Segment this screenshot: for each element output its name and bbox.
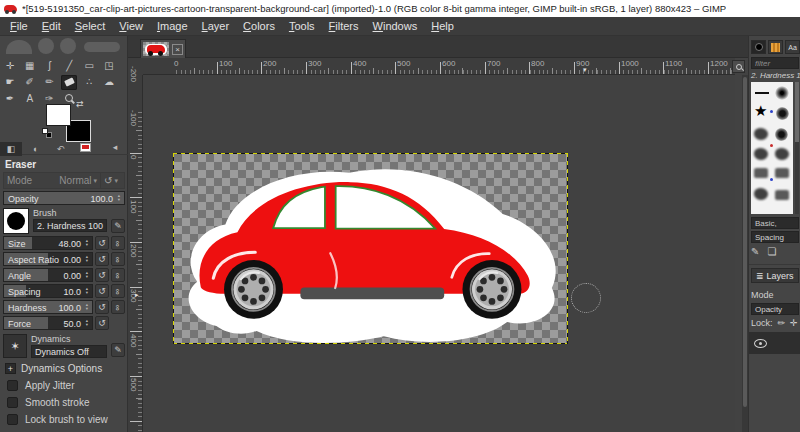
- tool-warp-icon[interactable]: ☛: [2, 74, 18, 89]
- spacing-reset-icon[interactable]: ↺: [95, 284, 109, 298]
- lock-position-icon[interactable]: ✛: [790, 318, 798, 328]
- tool-airbrush-icon[interactable]: ∴: [81, 74, 97, 89]
- menu-windows[interactable]: Windows: [366, 18, 425, 34]
- menu-view[interactable]: View: [112, 18, 150, 34]
- menu-tools[interactable]: Tools: [282, 18, 322, 34]
- tool-eraser-icon[interactable]: [61, 75, 77, 90]
- title-bar[interactable]: *[519-5191350_car-clip-art-pictures-cart…: [0, 0, 800, 17]
- hardness-slider[interactable]: Hardness 100.0 ▴▾: [3, 300, 93, 314]
- menu-select[interactable]: Select: [68, 18, 113, 34]
- force-reset-icon[interactable]: ↺: [95, 316, 109, 330]
- tool-measure-icon[interactable]: ╱: [61, 58, 77, 73]
- smooth-stroke-checkbox[interactable]: [7, 397, 18, 408]
- edit-brush-button-icon[interactable]: ✎: [751, 246, 759, 257]
- menu-edit[interactable]: Edit: [35, 18, 68, 34]
- brush-chalk[interactable]: [754, 128, 768, 140]
- angle-spinner[interactable]: ▴▾: [83, 269, 91, 281]
- tab-layers[interactable]: ≣ Layers: [751, 268, 799, 283]
- hardness-spinner[interactable]: ▴▾: [83, 301, 91, 313]
- size-spinner[interactable]: ▴▾: [83, 237, 91, 249]
- size-slider[interactable]: Size 48.00 ▴▾: [3, 236, 93, 250]
- close-tab-icon[interactable]: ×: [172, 44, 183, 55]
- canvas-viewport[interactable]: [143, 75, 735, 432]
- tool-move-icon[interactable]: ✛: [2, 58, 18, 73]
- apply-jitter-checkbox[interactable]: [7, 380, 18, 391]
- spacing-slider[interactable]: Spacing 10.0 ▴▾: [3, 284, 93, 298]
- edit-brush-icon[interactable]: ✎: [111, 219, 125, 233]
- opacity-spinner[interactable]: ▴▾: [115, 192, 123, 204]
- brush-name-entry[interactable]: 2. Hardness 100: [33, 219, 107, 232]
- brush-line[interactable]: [755, 92, 769, 94]
- menu-image[interactable]: Image: [150, 18, 195, 34]
- aspect-ratio-link-icon[interactable]: ∞: [111, 252, 125, 266]
- layer-visibility-eye-icon[interactable]: [754, 339, 767, 348]
- tool-transform-icon[interactable]: ◳: [101, 58, 117, 73]
- size-link-icon[interactable]: ∞: [111, 236, 125, 250]
- spacing-link-icon[interactable]: ∞: [111, 284, 125, 298]
- tab-fonts[interactable]: Aa: [785, 40, 800, 54]
- aspect-ratio-reset-icon[interactable]: ↺: [95, 252, 109, 266]
- brush-splat[interactable]: [776, 107, 789, 120]
- brush-spacing-field[interactable]: Spacing: [751, 231, 799, 243]
- vertical-ruler[interactable]: -200 -100 0 100 200 300 400 500 ▸: [128, 75, 143, 432]
- new-brush-button-icon[interactable]: ❏: [767, 246, 776, 257]
- brush-star[interactable]: ★: [754, 104, 767, 118]
- force-spinner[interactable]: ▴▾: [83, 317, 91, 329]
- angle-link-icon[interactable]: ∞: [111, 268, 125, 282]
- brush-texture[interactable]: [775, 168, 789, 178]
- opacity-slider[interactable]: Opacity 100.0 ▴▾: [3, 191, 125, 205]
- brush-chalk[interactable]: [754, 148, 768, 160]
- swap-colors-icon[interactable]: ⇄: [76, 99, 84, 109]
- foreground-color-swatch[interactable]: [46, 104, 71, 126]
- angle-reset-icon[interactable]: ↺: [95, 268, 109, 282]
- force-slider[interactable]: Force 50.0 ▴▾: [3, 316, 93, 330]
- tool-pencil-icon[interactable]: ✏: [42, 74, 58, 89]
- tool-paintbrush-icon[interactable]: ✐: [22, 74, 38, 89]
- aspect-ratio-slider[interactable]: Aspect Ratio 0.00 ▴▾: [3, 252, 93, 266]
- brush-texture[interactable]: [754, 168, 768, 178]
- aspect-ratio-spinner[interactable]: ▴▾: [83, 253, 91, 265]
- image-canvas[interactable]: [174, 154, 567, 343]
- brush-thumbnail[interactable]: [3, 208, 29, 234]
- collapse-dock-icon[interactable]: ◂: [104, 140, 126, 154]
- dynamics-options-expander[interactable]: + Dynamics Options: [5, 363, 125, 374]
- menu-filters[interactable]: Filters: [322, 18, 366, 34]
- mode-reset-button[interactable]: ↺ ▾: [100, 173, 124, 188]
- default-colors-icon[interactable]: [42, 128, 52, 138]
- hardness-link-icon[interactable]: ∞: [111, 300, 125, 314]
- spacing-spinner[interactable]: ▴▾: [83, 285, 91, 297]
- layer-row[interactable]: [749, 332, 800, 354]
- edit-dynamics-icon[interactable]: ✎: [111, 343, 125, 357]
- lock-brush-checkbox[interactable]: [7, 414, 18, 425]
- layer-mode-label[interactable]: Mode: [751, 288, 799, 301]
- tab-brushes[interactable]: [751, 40, 766, 54]
- mode-dropdown[interactable]: Normal: [59, 175, 93, 186]
- tool-rect-select-icon[interactable]: ▭: [81, 58, 97, 73]
- brush-chalk[interactable]: [775, 148, 789, 160]
- brush-grid-scrollbar[interactable]: [795, 82, 799, 214]
- dynamics-icon[interactable]: ✶: [3, 334, 27, 358]
- tab-device-status[interactable]: ◐: [25, 142, 47, 156]
- hardness-reset-icon[interactable]: ↺: [95, 300, 109, 314]
- tool-ink-icon[interactable]: ✒: [2, 91, 18, 106]
- tool-text-icon[interactable]: A: [22, 91, 38, 106]
- menu-layer[interactable]: Layer: [195, 18, 237, 34]
- brush-filter-input[interactable]: filter: [751, 57, 799, 69]
- brush-texture[interactable]: [775, 190, 789, 200]
- layer-opacity-label[interactable]: Opacity: [751, 303, 799, 315]
- angle-slider[interactable]: Angle 0.00 ▴▾: [3, 268, 93, 282]
- tab-tool-options[interactable]: ◧: [0, 142, 22, 156]
- dynamics-entry[interactable]: Dynamics Off: [31, 345, 107, 358]
- zoom-follow-window-icon[interactable]: [732, 60, 745, 73]
- tool-alignment-icon[interactable]: ▦: [22, 58, 38, 73]
- brush-tag[interactable]: Basic,: [751, 217, 799, 229]
- menu-colors[interactable]: Colors: [236, 18, 282, 34]
- tab-image-thumbnail[interactable]: [74, 140, 96, 154]
- menu-help[interactable]: Help: [424, 18, 461, 34]
- tab-patterns[interactable]: [768, 40, 783, 54]
- tool-free-select-icon[interactable]: ʃ: [42, 58, 58, 73]
- brush-chalk[interactable]: [754, 188, 768, 200]
- horizontal-ruler[interactable]: 0 100 200 300 400 500 600 700 800 900 10…: [143, 58, 735, 75]
- image-tab[interactable]: ×: [140, 39, 186, 58]
- lock-pixels-icon[interactable]: ✏: [778, 318, 786, 328]
